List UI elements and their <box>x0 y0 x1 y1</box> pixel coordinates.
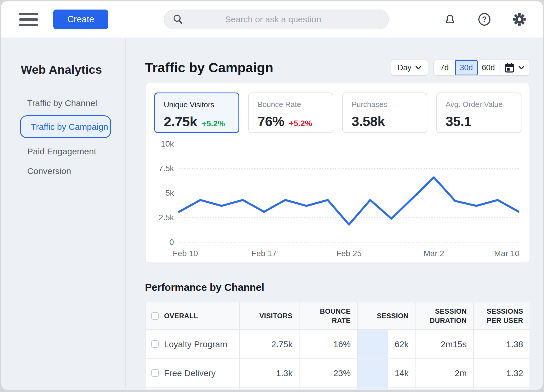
row-name-cell: Loyalty Program <box>146 330 240 358</box>
stat-delta: +5.2% <box>289 119 312 128</box>
column-header-visitors: VISITORS <box>240 302 299 329</box>
x-axis-label: Feb 10 <box>173 249 198 258</box>
granularity-label: Day <box>398 63 411 72</box>
stat-card-avg-order-value[interactable]: Avg. Order Value35.1 <box>436 93 521 133</box>
row-name-cell: Free Delivery <box>146 359 240 387</box>
granularity-select[interactable]: Day <box>391 60 428 76</box>
search-input[interactable] <box>183 14 380 24</box>
y-axis-tick: 5k <box>165 188 174 197</box>
row-value-cell: 1.38 <box>474 330 530 358</box>
chevron-down-icon <box>416 66 421 70</box>
stat-value-line: 76%+5.2% <box>258 113 333 129</box>
range-button-30d[interactable]: 30d <box>455 60 478 75</box>
select-all-checkbox[interactable] <box>151 312 159 320</box>
row-value-cell: 16% <box>299 330 358 358</box>
stat-label: Purchases <box>352 100 427 109</box>
main-content: Traffic by Campaign Day 7d30d60d <box>126 38 543 389</box>
range-button-60d[interactable]: 60d <box>478 60 499 75</box>
help-icon[interactable]: ? <box>477 12 491 26</box>
row-value-cell: 2m <box>416 359 474 387</box>
row-value-cell: 62k <box>358 330 416 358</box>
row-value-cell: 1.32 <box>474 359 530 387</box>
row-empty-cell <box>299 388 358 389</box>
x-axis-label: Feb 17 <box>251 249 277 258</box>
stat-label: Unique Visitors <box>164 100 238 109</box>
traffic-chart-card: Unique Visitors2.75k+5.2%Bounce Rate76%+… <box>145 83 530 263</box>
stat-value: 35.1 <box>446 113 471 129</box>
sidebar-item-conversion[interactable]: Conversion <box>21 161 119 181</box>
row-value-cell: 2.75k <box>240 330 299 358</box>
stat-value: 76% <box>258 113 284 129</box>
row-checkbox[interactable] <box>151 369 159 377</box>
y-axis-tick: 10k <box>161 139 174 148</box>
sidebar-item-paid-engagement[interactable]: Paid Engagement <box>21 142 119 161</box>
sidebar-item-traffic-by-channel[interactable]: Traffic by Channel <box>21 93 119 113</box>
date-picker-button[interactable] <box>499 60 530 75</box>
search-bar[interactable] <box>164 10 389 29</box>
stat-label: Bounce Rate <box>258 100 333 109</box>
table-row-partial <box>146 388 530 389</box>
table-row: Loyalty Program2.75k16%62k2m15s1.38 <box>146 330 530 359</box>
row-empty-cell <box>358 388 416 389</box>
settings-icon[interactable] <box>512 12 527 27</box>
row-empty-cell <box>240 388 299 389</box>
y-axis-tick: 2.5k <box>159 213 174 222</box>
table-header-row: OVERALLVISITORSBOUNCE RATESESSIONSESSION… <box>146 302 530 330</box>
stat-value-line: 35.1 <box>446 113 521 129</box>
column-header-bounce-rate: BOUNCE RATE <box>299 302 358 329</box>
row-value-cell: 2m15s <box>416 330 474 358</box>
section-title: Performance by Channel <box>145 282 530 293</box>
stat-value-line: 3.58k <box>352 113 427 129</box>
range-selector: 7d30d60d <box>433 60 530 76</box>
x-axis-label: Mar 2 <box>424 249 444 258</box>
page-title: Traffic by Campaign <box>145 60 273 75</box>
row-empty-cell <box>146 388 240 389</box>
y-axis-tick: 7.5k <box>159 164 174 173</box>
x-axis-label: Feb 25 <box>336 249 361 258</box>
stat-label: Avg. Order Value <box>446 100 521 109</box>
row-checkbox[interactable] <box>151 340 159 348</box>
menu-icon[interactable] <box>19 13 38 26</box>
x-axis-label: Mar 10 <box>494 249 519 258</box>
sidebar-item-traffic-by-campaign[interactable]: Traffic by Campaign <box>20 115 111 138</box>
column-header-overall: OVERALL <box>146 302 240 329</box>
column-header-sessions-per-user: SESSIONS PER USER <box>474 302 530 329</box>
stat-card-bounce-rate[interactable]: Bounce Rate76%+5.2% <box>248 93 333 133</box>
bell-icon[interactable] <box>443 13 457 26</box>
column-header-session-duration: SESSION DURATION <box>416 302 474 329</box>
sidebar: Web Analytics Traffic by ChannelTraffic … <box>1 38 126 389</box>
search-icon <box>172 14 183 25</box>
line-chart: 10k7.5k5k2.5k0Feb 10Feb 17Feb 25Mar 2Mar… <box>154 135 521 264</box>
y-axis-tick: 0 <box>169 238 174 247</box>
create-button[interactable]: Create <box>53 10 108 29</box>
column-header-label: OVERALL <box>164 311 198 320</box>
row-name: Loyalty Program <box>164 339 227 350</box>
chevron-down-icon <box>519 66 524 70</box>
sidebar-nav: Traffic by ChannelTraffic by CampaignPai… <box>21 93 119 181</box>
range-button-7d[interactable]: 7d <box>434 60 455 75</box>
row-empty-cell <box>416 388 474 389</box>
calendar-icon <box>505 62 514 73</box>
stat-value: 2.75k <box>164 114 197 130</box>
table-row: Free Delivery1.3k23%14k2m1.32 <box>146 359 530 388</box>
stat-delta: +5.2% <box>202 119 225 128</box>
row-value-cell: 14k <box>358 359 416 387</box>
svg-text:?: ? <box>482 15 487 24</box>
column-header-session: SESSION <box>358 302 416 329</box>
app-window: Create ? <box>1 1 543 390</box>
stat-value-line: 2.75k+5.2% <box>164 114 238 130</box>
stat-card-unique-visitors[interactable]: Unique Visitors2.75k+5.2% <box>154 93 239 133</box>
top-bar: Create ? <box>1 1 543 38</box>
stat-value: 3.58k <box>352 113 385 129</box>
row-name: Free Delivery <box>164 367 216 379</box>
row-value-cell: 23% <box>299 359 358 387</box>
row-empty-cell <box>474 388 530 389</box>
stat-card-purchases[interactable]: Purchases3.58k <box>342 93 427 133</box>
row-value-cell: 1.3k <box>240 359 299 387</box>
performance-table: OVERALLVISITORSBOUNCE RATESESSIONSESSION… <box>145 302 530 389</box>
sidebar-title: Web Analytics <box>21 63 119 77</box>
